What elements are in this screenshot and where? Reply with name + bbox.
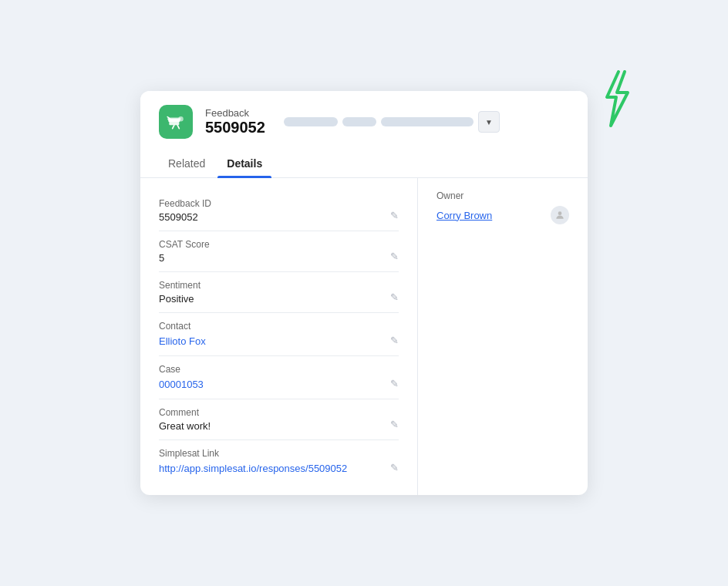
feedback-icon [166,112,186,132]
breadcrumb-part-3 [381,117,474,126]
field-comment: Comment Great work! ✎ [159,399,399,440]
field-contact: Contact Ellioto Fox ✎ [159,313,399,356]
record-title: Feedback 5509052 [205,107,265,136]
edit-feedback-id-icon[interactable]: ✎ [390,210,399,221]
tab-bar: Related Details [140,150,588,178]
main-card: Feedback 5509052 ▼ Related Details [140,91,588,495]
card-body: Feedback ID 5509052 ✎ CSAT Score 5 ✎ Sen… [140,178,588,495]
tab-details[interactable]: Details [217,150,271,177]
svg-point-5 [178,116,184,122]
record-id: 5509052 [205,119,265,136]
contact-link[interactable]: Ellioto Fox [159,335,206,347]
svg-point-7 [558,211,562,215]
card-header: Feedback 5509052 ▼ [140,91,588,150]
breadcrumb-part-2 [342,117,376,126]
svg-line-2 [173,125,174,128]
lightning-decoration [595,68,634,130]
owner-label: Owner [436,190,569,201]
edit-contact-icon[interactable]: ✎ [390,335,399,346]
fields-column: Feedback ID 5509052 ✎ CSAT Score 5 ✎ Sen… [140,178,418,495]
breadcrumb-part-1 [284,117,338,126]
case-link[interactable]: 00001053 [159,379,204,390]
edit-case-icon[interactable]: ✎ [390,378,399,389]
field-simplesat-link: Simplesat Link http://app.simplesat.io/r… [159,440,399,483]
field-sentiment: Sentiment Positive ✎ [159,272,399,313]
owner-column: Owner Corry Brown [418,178,588,495]
person-icon [554,210,565,221]
owner-name-link[interactable]: Corry Brown [436,210,544,221]
owner-row: Corry Brown [436,206,569,224]
card-container: Feedback 5509052 ▼ Related Details [140,91,588,495]
owner-avatar [551,206,569,224]
edit-csat-icon[interactable]: ✎ [390,251,399,262]
record-label: Feedback [205,107,265,119]
header-breadcrumb: ▼ [284,111,569,133]
edit-sentiment-icon[interactable]: ✎ [390,291,399,303]
header-dropdown-button[interactable]: ▼ [478,111,500,133]
simplesat-link[interactable]: http://app.simplesat.io/responses/550905… [159,463,347,474]
edit-comment-icon[interactable]: ✎ [390,419,399,430]
field-feedback-id: Feedback ID 5509052 ✎ [159,190,399,231]
field-case: Case 00001053 ✎ [159,356,399,399]
app-icon [159,105,193,139]
dropdown-arrow-icon: ▼ [485,118,493,126]
edit-simplesat-icon[interactable]: ✎ [390,462,399,473]
field-csat-score: CSAT Score 5 ✎ [159,231,399,272]
svg-line-3 [177,125,179,128]
tab-related[interactable]: Related [159,150,214,177]
